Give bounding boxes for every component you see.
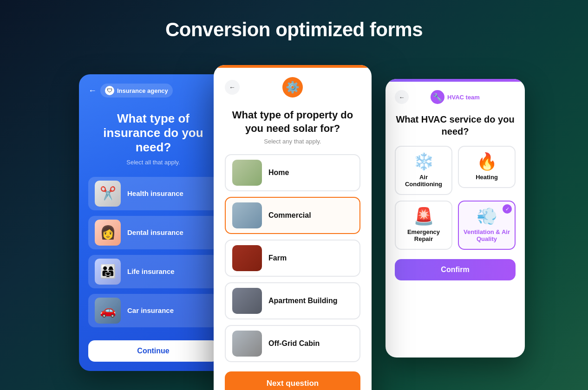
hvac-option-ac[interactable]: ❄️ Air Conditioning — [395, 146, 452, 195]
insurance-option-health[interactable]: ✂️ Health insurance — [88, 177, 218, 210]
scissors-icon: ✂️ — [100, 186, 116, 201]
farm-label: Farm — [268, 254, 287, 262]
continue-button[interactable]: Continue — [88, 340, 218, 362]
hvac-option-heating-wrap: 🔥 Heating — [458, 146, 516, 195]
insurance-card: ← 🛡 Insurance agency What type of insura… — [79, 74, 228, 371]
solar-card: ← ⚙️ What type of property do you need s… — [214, 65, 372, 390]
solar-question: What type of property do you need solar … — [225, 109, 360, 135]
farm-image — [232, 245, 262, 271]
hvac-brand-text: HVAC team — [447, 94, 480, 101]
car-label: Car insurance — [127, 306, 174, 314]
emergency-label: Emergency Repair — [400, 228, 447, 242]
dental-image: 👩 — [95, 220, 121, 246]
person-icon: 👩 — [100, 225, 116, 240]
hvac-logo-icon: 🔧 — [431, 90, 444, 104]
hvac-options-grid: ❄️ Air Conditioning 🔥 Heating 🚨 Emergenc… — [395, 146, 516, 250]
hvac-back-button[interactable]: ← — [395, 90, 409, 104]
offgrid-image — [232, 331, 262, 357]
solar-back-button[interactable]: ← — [225, 80, 240, 95]
gear-icon: ⚙️ — [286, 81, 300, 94]
solar-logo: ⚙️ — [282, 77, 303, 98]
commercial-image — [232, 202, 262, 228]
ventilation-label: Ventilation & Air Quality — [464, 228, 510, 242]
hvac-card-header: ← 🔧 HVAC team — [395, 90, 516, 104]
life-label: Life insurance — [127, 267, 175, 275]
page-title: Conversion optimized forms — [0, 0, 588, 41]
hvac-option-heating[interactable]: 🔥 Heating — [458, 146, 516, 188]
left-back-button[interactable]: ← — [88, 86, 97, 96]
property-option-farm[interactable]: Farm — [225, 240, 360, 277]
hvac-option-emergency[interactable]: 🚨 Emergency Repair — [395, 201, 452, 250]
property-option-commercial[interactable]: Commercial — [225, 197, 360, 234]
solar-subtitle: Select any that apply. — [225, 138, 360, 145]
insurance-brand: 🛡 Insurance agency — [100, 84, 173, 98]
hvac-option-ventilation-wrap: 💨 Ventilation & Air Quality ✓ — [458, 201, 516, 250]
insurance-option-life[interactable]: 👨‍👩‍👧 Life insurance — [88, 255, 218, 288]
alarm-icon: 🚨 — [413, 208, 434, 225]
fire-icon: 🔥 — [477, 153, 497, 170]
hvac-question: What HVAC service do you need? — [395, 113, 516, 137]
brand-shield-icon: 🛡 — [105, 86, 114, 95]
hvac-option-emergency-wrap: 🚨 Emergency Repair — [395, 201, 452, 250]
apartment-image — [232, 288, 262, 314]
insurance-option-car[interactable]: 🚗 Car insurance — [88, 294, 218, 327]
offgrid-label: Off-Grid Cabin — [268, 339, 320, 348]
property-option-offgrid[interactable]: Off-Grid Cabin — [225, 325, 360, 362]
car-image: 🚗 — [95, 298, 121, 324]
health-label: Health insurance — [127, 189, 183, 197]
selected-checkmark: ✓ — [503, 204, 512, 214]
confirm-button[interactable]: Confirm — [395, 259, 516, 280]
car-icon: 🚗 — [100, 303, 116, 318]
snowflake-icon: ❄️ — [413, 153, 434, 170]
life-image: 👨‍👩‍👧 — [95, 259, 121, 285]
hvac-brand: 🔧 HVAC team — [431, 90, 480, 104]
apartment-label: Apartment Building — [268, 297, 337, 305]
insurance-option-dental[interactable]: 👩 Dental insurance — [88, 216, 218, 249]
home-label: Home — [268, 169, 289, 177]
ac-label: Air Conditioning — [400, 174, 447, 188]
wind-icon: 💨 — [477, 208, 497, 225]
insurance-question: What type of insurance do you need? — [88, 111, 218, 155]
insurance-subtitle: Select all that apply. — [88, 159, 218, 166]
dental-label: Dental insurance — [127, 228, 183, 236]
next-question-button[interactable]: Next question — [225, 371, 360, 390]
property-option-home[interactable]: Home — [225, 154, 360, 191]
left-card-header: ← 🛡 Insurance agency — [88, 84, 218, 98]
home-image — [232, 160, 262, 186]
hvac-option-ac-wrap: ❄️ Air Conditioning — [395, 146, 452, 195]
brand-name: Insurance agency — [117, 87, 168, 94]
health-image: ✂️ — [95, 181, 121, 207]
family-icon: 👨‍👩‍👧 — [100, 264, 116, 279]
heating-label: Heating — [476, 174, 498, 181]
hvac-card: ← 🔧 HVAC team What HVAC service do you n… — [385, 79, 525, 358]
property-option-apartment[interactable]: Apartment Building — [225, 282, 360, 319]
solar-card-header: ← ⚙️ — [225, 77, 360, 98]
commercial-label: Commercial — [268, 211, 311, 220]
